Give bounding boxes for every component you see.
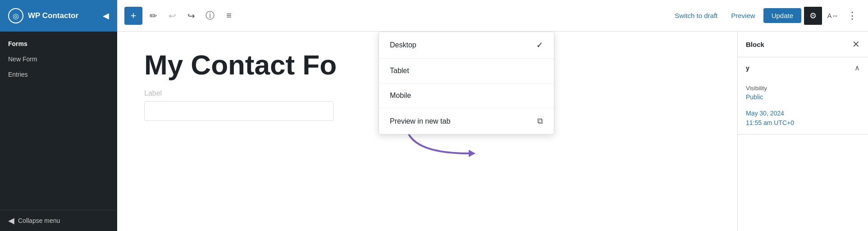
dropdown-item-desktop[interactable]: Desktop ✓ [379, 32, 554, 59]
preview-button[interactable]: Preview [726, 9, 760, 22]
sidebar-item-forms[interactable]: Forms [0, 36, 117, 51]
undo-icon: ↩ [169, 10, 176, 21]
panel-section-label: y [746, 65, 749, 72]
hamburger-icon: ≡ [226, 10, 232, 21]
collapse-icon: ◀ [8, 216, 14, 226]
undo-button[interactable]: ↩ [164, 8, 180, 24]
right-panel-title: Block [746, 41, 764, 48]
switch-to-draft-button[interactable]: Switch to draft [669, 9, 723, 22]
info-button[interactable]: ⓘ [202, 8, 218, 24]
toolbar: + ✏ ↩ ↪ ⓘ ≡ Switch to draft Preview Upda… [117, 0, 868, 32]
pencil-icon: ✏ [150, 10, 157, 21]
translate-icon: A↔ [827, 12, 838, 19]
panel-section-header[interactable]: y ∧ [738, 57, 868, 79]
field-input-mock[interactable] [144, 101, 333, 121]
update-button[interactable]: Update [763, 8, 801, 23]
more-icon: ⋮ [847, 10, 857, 21]
chevron-up-icon: ∧ [854, 64, 860, 72]
sidebar: ◎ WP Contactor ◀ Forms New Form Entries … [0, 0, 117, 231]
pencil-button[interactable]: ✏ [145, 8, 161, 24]
checkmark-icon: ✓ [536, 40, 543, 50]
hamburger-button[interactable]: ≡ [221, 8, 237, 24]
translate-button[interactable]: A↔ [825, 8, 841, 24]
info-icon: ⓘ [206, 9, 215, 22]
sidebar-collapse-button[interactable]: ◀ Collapse menu [0, 210, 117, 231]
publish-date-value[interactable]: May 30, 2024 11:55 am UTC+0 [746, 109, 860, 128]
sidebar-item-entries[interactable]: Entries [0, 67, 117, 82]
plus-icon: + [131, 10, 137, 22]
dropdown-item-preview-new-tab[interactable]: Preview in new tab ⧉ [379, 108, 554, 134]
sidebar-chevron-icon: ◀ [103, 11, 109, 21]
settings-button[interactable]: ⚙ [804, 7, 822, 25]
right-panel: Block ✕ y ∧ Visibility Public May 30, 20… [737, 32, 868, 231]
more-options-button[interactable]: ⋮ [844, 8, 861, 23]
close-panel-button[interactable]: ✕ [852, 39, 860, 50]
external-link-icon: ⧉ [537, 116, 543, 126]
gear-icon: ⚙ [809, 11, 817, 21]
redo-icon: ↪ [187, 10, 195, 21]
dropdown-item-mobile[interactable]: Mobile [379, 83, 554, 108]
preview-dropdown: Desktop ✓ Tablet Mobile Preview in new t… [379, 32, 554, 134]
visibility-label: Visibility [746, 85, 860, 92]
visibility-value[interactable]: Public [746, 93, 860, 101]
dropdown-item-tablet[interactable]: Tablet [379, 59, 554, 83]
wp-logo-icon: ◎ [8, 8, 23, 23]
sidebar-brand-label: WP Contactor [28, 11, 78, 20]
add-block-button[interactable]: + [124, 7, 142, 25]
right-panel-header: Block ✕ [738, 32, 868, 57]
sidebar-item-new-form[interactable]: New Form [0, 51, 117, 67]
sidebar-menu: Forms New Form Entries [0, 32, 117, 210]
sidebar-collapse-label: Collapse menu [18, 217, 60, 224]
panel-section-body: Visibility Public May 30, 2024 11:55 am … [738, 79, 868, 134]
content-area: My Contact Fo Label Desktop ✓ Tablet Mob… [117, 32, 868, 231]
main-area: + ✏ ↩ ↪ ⓘ ≡ Switch to draft Preview Upda… [117, 0, 868, 231]
panel-section: y ∧ Visibility Public May 30, 2024 11:55… [738, 57, 868, 134]
redo-button[interactable]: ↪ [183, 8, 199, 24]
sidebar-brand[interactable]: ◎ WP Contactor ◀ [0, 0, 117, 32]
